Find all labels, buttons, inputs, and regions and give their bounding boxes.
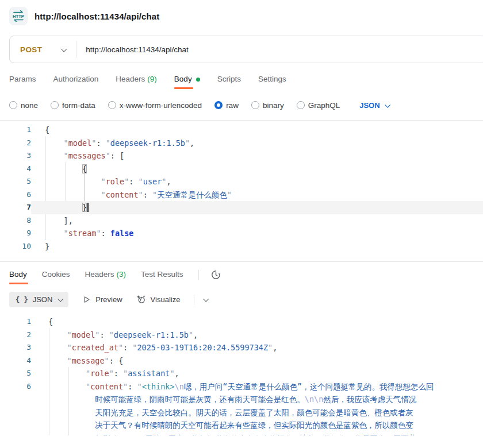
- tab-authorization[interactable]: Authorization: [53, 75, 99, 89]
- code-text: {: [31, 123, 483, 137]
- code-text: "stream": false: [31, 227, 483, 240]
- request-header: HTTP http://localhost:11434/api/chat: [0, 0, 483, 31]
- response-format-selector[interactable]: { } JSON: [9, 292, 68, 307]
- code-text: {: [31, 315, 483, 329]
- code-line[interactable]: 1{: [0, 315, 483, 329]
- tab-cookies[interactable]: Cookies: [42, 270, 70, 284]
- tab-response-headers[interactable]: Headers(3): [85, 270, 126, 284]
- code-text: 时候可能蓝绿，阴雨时可能是灰黄，还有雨天可能会是红色。\n\n然后，我应该考虑天…: [31, 393, 483, 406]
- divider: [76, 41, 76, 58]
- line-number: [0, 419, 31, 432]
- body-type-none[interactable]: none: [9, 101, 38, 110]
- chevron-down-icon: [62, 46, 67, 52]
- code-text: }: [31, 201, 483, 214]
- radio-icon: [51, 101, 59, 109]
- line-number: 7: [0, 201, 31, 214]
- code-line[interactable]: 8 ],: [0, 214, 483, 227]
- code-line[interactable]: 5 "role": "user",: [0, 175, 483, 188]
- line-number: 4: [0, 163, 31, 176]
- code-line[interactable]: 3 "messages": [: [0, 149, 483, 163]
- chevron-down-icon: [385, 102, 390, 107]
- code-text: "content": "<think>\n嗯，用户问“天空通常是什么颜色”，这个…: [31, 380, 483, 393]
- request-url-bar: POST http://localhost:11434/api/chat: [9, 36, 483, 63]
- body-type-graphql[interactable]: GraphQL: [297, 101, 340, 110]
- code-line[interactable]: 7 }: [0, 201, 483, 214]
- body-type-urlencoded[interactable]: x-www-form-urlencoded: [108, 101, 202, 110]
- line-number: 2: [0, 329, 31, 342]
- code-text: 天阳光充足，天空会比较白。阴天的话，云层覆盖了太阳，颜色可能会是暗黄色、橙色或者…: [31, 406, 483, 419]
- play-icon: [82, 295, 91, 304]
- method-selector[interactable]: POST: [10, 45, 76, 54]
- line-number: 5: [0, 175, 31, 188]
- radio-icon: [251, 101, 259, 109]
- svg-text:HTTP: HTTP: [13, 14, 24, 19]
- response-body-editor[interactable]: 1{2 "model": "deepseek-r1:1.5b",3 "creat…: [0, 312, 483, 435]
- code-text: "role": "assistant",: [31, 367, 483, 380]
- line-number: 3: [0, 149, 31, 163]
- code-text: 决于天气？有时候晴朗的天空可能看起来有些蓝绿，但实际阳光的颜色是蓝紫色，所以颜色…: [31, 419, 483, 432]
- code-line[interactable]: 5 "role": "assistant",: [0, 367, 483, 380]
- tab-params[interactable]: Params: [9, 75, 36, 89]
- code-text: "model": "deepseek-r1:1.5b",: [31, 137, 483, 150]
- tab-settings[interactable]: Settings: [258, 75, 286, 89]
- tab-scripts[interactable]: Scripts: [217, 75, 241, 89]
- body-type-options: none form-data x-www-form-urlencoded raw…: [0, 99, 483, 111]
- response-history-button[interactable]: [210, 269, 221, 280]
- code-line[interactable]: 1{: [0, 123, 483, 137]
- code-line[interactable]: 时候可能蓝绿，阴雨时可能是灰黄，还有雨天可能会是红色。\n\n然后，我应该考虑天…: [0, 393, 483, 406]
- chevron-down-icon: [58, 296, 64, 302]
- line-number: 10: [0, 240, 31, 253]
- code-line[interactable]: 3 "created_at": "2025-03-19T16:20:24.559…: [0, 341, 483, 354]
- request-tabs: Params Authorization Headers(9) Body Scr…: [0, 75, 483, 89]
- request-body-editor[interactable]: 1{2 "model": "deepseek-r1:1.5b",3 "messa…: [0, 120, 483, 257]
- code-line[interactable]: 天阳光充足，天空会比较白。阴天的话，云层覆盖了太阳，颜色可能会是暗黄色、橙色或者…: [0, 406, 483, 419]
- divider: [194, 295, 194, 305]
- code-line[interactable]: 气影响。\n\n另外，用户可能想知道为什么会有这些颜色，比如，蓝绿色可能是因为云…: [0, 432, 483, 436]
- method-label: POST: [20, 45, 42, 54]
- radio-selected-icon: [214, 101, 223, 109]
- line-number: 1: [0, 123, 31, 137]
- code-text: ],: [31, 214, 483, 227]
- line-number: 5: [0, 367, 31, 380]
- code-line[interactable]: 10}: [0, 240, 483, 253]
- headers-count: (9): [147, 75, 157, 83]
- tab-test-results[interactable]: Test Results: [141, 270, 183, 284]
- code-text: }: [31, 240, 483, 253]
- request-title: http://localhost:11434/api/chat: [34, 11, 159, 21]
- text-caret: [87, 203, 89, 212]
- url-input[interactable]: http://localhost:11434/api/chat: [86, 45, 188, 54]
- history-clock-icon: [210, 269, 221, 280]
- line-number: [0, 432, 31, 436]
- code-text: "messages": [: [31, 149, 483, 163]
- magic-wand-icon: [136, 295, 146, 304]
- line-number: [0, 393, 31, 406]
- tab-body[interactable]: Body: [174, 75, 200, 89]
- body-type-binary[interactable]: binary: [251, 101, 284, 110]
- http-request-icon: HTTP: [9, 7, 28, 25]
- visualize-button[interactable]: Visualize: [136, 295, 181, 304]
- code-line[interactable]: 2 "model": "deepseek-r1:1.5b",: [0, 137, 483, 150]
- code-text: {: [31, 163, 483, 176]
- line-number: 6: [0, 188, 31, 202]
- response-more-options[interactable]: [204, 298, 208, 302]
- code-text: "message": {: [31, 354, 483, 368]
- code-text: 气影响。\n\n另外，用户可能想知道为什么会有这些颜色，比如，蓝绿色可能是因为云…: [31, 432, 483, 436]
- raw-language-selector[interactable]: JSON: [359, 101, 389, 110]
- code-text: "model": "deepseek-r1:1.5b",: [31, 329, 483, 342]
- preview-button[interactable]: Preview: [82, 295, 122, 304]
- code-line[interactable]: 9 "stream": false: [0, 227, 483, 240]
- response-tabs: Body Cookies Headers(3) Test Results: [0, 269, 483, 285]
- radio-icon: [297, 101, 305, 109]
- code-line[interactable]: 4 {: [0, 163, 483, 176]
- code-line[interactable]: 6 "content": "<think>\n嗯，用户问“天空通常是什么颜色”，…: [0, 380, 483, 393]
- line-number: 4: [0, 354, 31, 368]
- tab-headers[interactable]: Headers(9): [116, 75, 157, 89]
- code-line[interactable]: 4 "message": {: [0, 354, 483, 368]
- code-line[interactable]: 2 "model": "deepseek-r1:1.5b",: [0, 329, 483, 342]
- body-type-form-data[interactable]: form-data: [51, 101, 95, 110]
- body-type-raw[interactable]: raw: [214, 101, 239, 110]
- code-line[interactable]: 决于天气？有时候晴朗的天空可能看起来有些蓝绿，但实际阳光的颜色是蓝紫色，所以颜色…: [0, 419, 483, 432]
- radio-icon: [9, 101, 17, 109]
- code-line[interactable]: 6 "content": "天空通常是什么颜色": [0, 188, 483, 202]
- tab-response-body[interactable]: Body: [9, 270, 27, 284]
